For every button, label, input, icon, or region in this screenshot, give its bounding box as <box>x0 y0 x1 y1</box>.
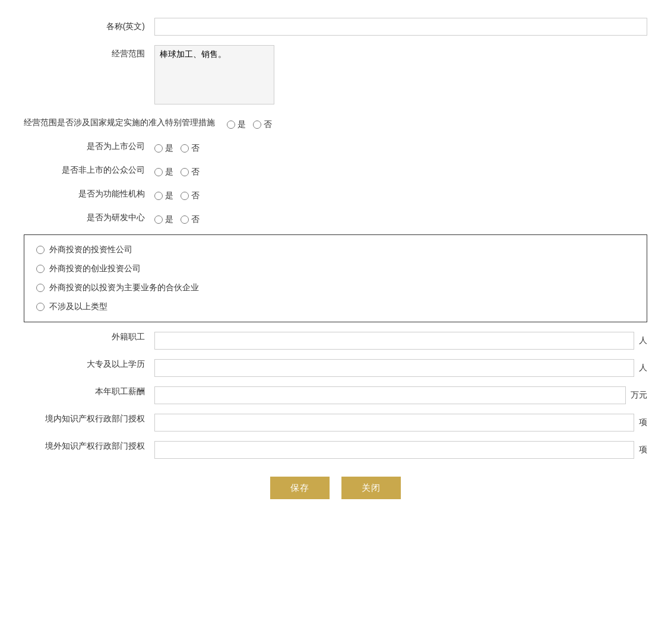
business-scope-textarea[interactable]: 棒球加工、销售。 <box>154 45 274 104</box>
invest-type-2[interactable]: 外商投资的创业投资公司 <box>36 264 635 274</box>
public-unlisted-radio-group: 是 否 <box>154 163 200 177</box>
functional-row: 是否为功能性机构 是 否 <box>24 187 647 201</box>
college-education-label: 大专及以上学历 <box>24 359 154 370</box>
invest-type-1-label: 外商投资的投资性公司 <box>49 245 132 255</box>
public-unlisted-yes-label: 是 <box>165 167 173 177</box>
special-management-no-label: 否 <box>264 119 272 130</box>
name-en-label: 各称(英文) <box>24 18 154 32</box>
listed-yes[interactable]: 是 <box>154 143 173 154</box>
domestic-ip-input[interactable] <box>154 414 634 432</box>
invest-type-3[interactable]: 外商投资的以投资为主要业务的合伙企业 <box>36 283 635 293</box>
foreign-employees-row: 外籍职工 人 <box>24 332 647 350</box>
name-en-row: 各称(英文) <box>24 18 647 36</box>
invest-type-1[interactable]: 外商投资的投资性公司 <box>36 245 635 255</box>
public-unlisted-row: 是否非上市的公众公司 是 否 <box>24 163 647 177</box>
special-management-radio-group: 是 否 <box>227 116 272 130</box>
college-education-input[interactable] <box>154 359 634 377</box>
annual-salary-label: 本年职工薪酬 <box>24 386 154 397</box>
business-scope-label: 经营范围 <box>24 45 154 59</box>
listed-yes-label: 是 <box>165 143 173 154</box>
functional-yes-label: 是 <box>165 191 173 201</box>
investment-type-box: 外商投资的投资性公司 外商投资的创业投资公司 外商投资的以投资为主要业务的合伙企… <box>24 234 647 322</box>
domestic-ip-unit: 项 <box>634 414 647 428</box>
foreign-ip-unit: 项 <box>634 441 647 455</box>
listed-row: 是否为上市公司 是 否 <box>24 139 647 154</box>
close-button[interactable]: 关闭 <box>341 477 401 499</box>
special-management-yes[interactable]: 是 <box>227 119 246 130</box>
special-management-label: 经营范围是否涉及国家规定实施的准入特别管理措施 <box>24 118 227 128</box>
listed-label: 是否为上市公司 <box>24 141 154 152</box>
foreign-employees-label: 外籍职工 <box>24 332 154 342</box>
listed-no-label: 否 <box>191 143 200 154</box>
functional-no-label: 否 <box>191 191 200 201</box>
name-en-input[interactable] <box>154 18 647 36</box>
textarea-wrapper: 棒球加工、销售。 <box>154 45 647 106</box>
annual-salary-input[interactable] <box>154 386 626 404</box>
research-no-label: 否 <box>191 214 200 225</box>
research-yes[interactable]: 是 <box>154 214 173 225</box>
invest-type-3-label: 外商投资的以投资为主要业务的合伙企业 <box>49 283 199 293</box>
research-label: 是否为研发中心 <box>24 212 154 223</box>
domestic-ip-row: 境内知识产权行政部门授权 项 <box>24 414 647 432</box>
invest-type-2-label: 外商投资的创业投资公司 <box>49 264 141 274</box>
save-button[interactable]: 保存 <box>270 477 330 499</box>
functional-radio-group: 是 否 <box>154 187 200 201</box>
special-management-yes-label: 是 <box>238 119 246 130</box>
public-unlisted-no-label: 否 <box>191 167 200 177</box>
research-radio-group: 是 否 <box>154 211 200 225</box>
functional-no[interactable]: 否 <box>181 191 200 201</box>
invest-type-4[interactable]: 不涉及以上类型 <box>36 302 635 312</box>
special-management-no[interactable]: 否 <box>253 119 272 130</box>
annual-salary-unit: 万元 <box>626 386 647 401</box>
research-row: 是否为研发中心 是 否 <box>24 211 647 225</box>
functional-label: 是否为功能性机构 <box>24 189 154 199</box>
foreign-employees-input[interactable] <box>154 332 634 350</box>
domestic-ip-label: 境内知识产权行政部门授权 <box>24 414 154 424</box>
functional-yes[interactable]: 是 <box>154 191 173 201</box>
business-scope-row: 经营范围 棒球加工、销售。 <box>24 45 647 106</box>
foreign-ip-label: 境外知识产权行政部门授权 <box>24 441 154 452</box>
annual-salary-row: 本年职工薪酬 万元 <box>24 386 647 404</box>
foreign-ip-input[interactable] <box>154 441 634 459</box>
public-unlisted-yes[interactable]: 是 <box>154 167 173 177</box>
form-container: 各称(英文) 经营范围 棒球加工、销售。 经营范围是否涉及国家规定实施的准入特别… <box>24 12 647 517</box>
foreign-employees-unit: 人 <box>634 332 647 346</box>
invest-type-4-label: 不涉及以上类型 <box>49 302 107 312</box>
public-unlisted-no[interactable]: 否 <box>181 167 200 177</box>
special-management-row: 经营范围是否涉及国家规定实施的准入特别管理措施 是 否 <box>24 116 647 130</box>
foreign-ip-row: 境外知识产权行政部门授权 项 <box>24 441 647 459</box>
public-unlisted-label: 是否非上市的公众公司 <box>24 165 154 176</box>
button-row: 保存 关闭 <box>24 477 647 499</box>
listed-radio-group: 是 否 <box>154 139 200 154</box>
college-education-row: 大专及以上学历 人 <box>24 359 647 377</box>
research-no[interactable]: 否 <box>181 214 200 225</box>
listed-no[interactable]: 否 <box>181 143 200 154</box>
college-education-unit: 人 <box>634 359 647 373</box>
research-yes-label: 是 <box>165 214 173 225</box>
